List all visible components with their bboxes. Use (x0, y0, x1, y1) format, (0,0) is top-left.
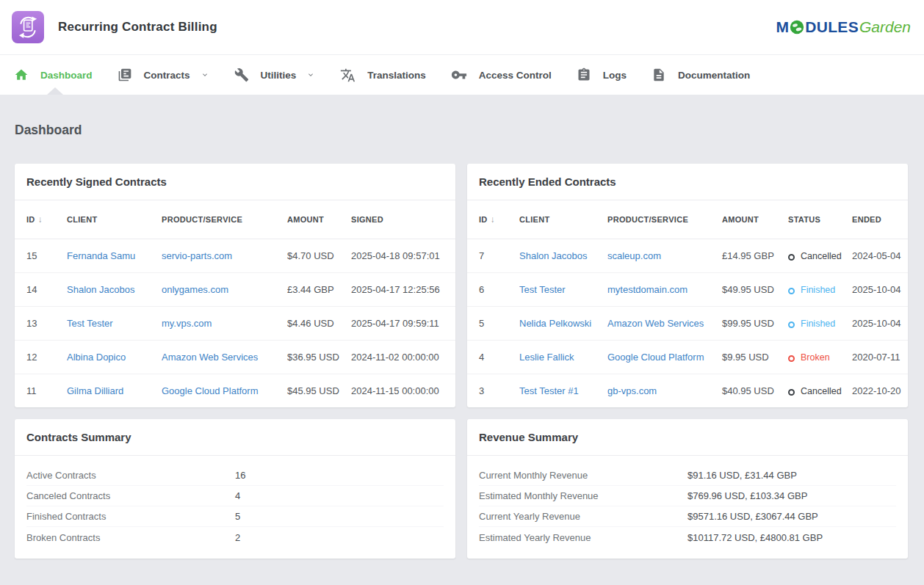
status-badge: Finished (782, 307, 846, 341)
status-ring-icon (788, 288, 795, 294)
main-nav: Dashboard Contracts Utilities Translatio… (0, 55, 924, 95)
app-header: Recurring Contract Billing M DULES Garde… (0, 0, 924, 55)
summary-row: Estimated Monthly Revenue $769.96 USD, £… (479, 486, 896, 506)
panel-title: Recently Ended Contracts (467, 164, 908, 200)
column-header-status[interactable]: STATUS (782, 200, 846, 239)
summary-row: Canceled Contracts 4 (26, 486, 444, 506)
revenue-summary-panel: Revenue Summary Current Monthly Revenue … (467, 419, 908, 559)
nav-logs[interactable]: Logs (564, 55, 639, 95)
table-row: 5 Nelida Pelkowski Amazon Web Services $… (467, 307, 908, 341)
contracts-summary-panel: Contracts Summary Active Contracts 16 Ca… (15, 419, 455, 559)
nav-translations[interactable]: Translations (328, 55, 438, 95)
document-icon (652, 68, 666, 82)
status-ring-icon (788, 321, 795, 328)
column-header-product[interactable]: PRODUCT/SERVICE (602, 200, 716, 239)
nav-access-control[interactable]: Access Control (438, 55, 564, 95)
summary-row: Current Monthly Revenue $91.16 USD, £31.… (479, 465, 896, 486)
column-header-amount[interactable]: AMOUNT (281, 200, 345, 239)
table-row: 7 Shalon Jacobos scaleup.com £14.95 GBP … (467, 239, 908, 273)
recently-signed-contracts-panel: Recently Signed Contracts ID↓ CLIENT PRO… (15, 164, 455, 407)
translate-icon (340, 68, 355, 83)
page-title: Dashboard (15, 95, 908, 164)
sort-desc-icon: ↓ (38, 214, 43, 225)
product-link[interactable]: mytestdomain.com (607, 284, 687, 295)
wrench-icon (234, 68, 249, 82)
product-link[interactable]: Google Cloud Platform (607, 352, 704, 363)
nav-contracts[interactable]: Contracts (105, 55, 222, 95)
signed-contracts-table: ID↓ CLIENT PRODUCT/SERVICE AMOUNT SIGNED… (15, 200, 455, 407)
status-badge: Cancelled (782, 239, 846, 273)
brand-prefix: M (776, 18, 789, 36)
summary-row: Finished Contracts 5 (26, 506, 444, 527)
clipboard-icon (577, 68, 591, 82)
summary-row: Active Contracts 16 (26, 465, 444, 486)
active-tab-pointer (47, 87, 63, 95)
client-link[interactable]: Shalon Jacobos (67, 284, 135, 295)
column-header-client[interactable]: CLIENT (513, 200, 602, 239)
client-link[interactable]: Nelida Pelkowski (519, 318, 591, 329)
status-badge: Cancelled (782, 374, 846, 408)
table-row: 14 Shalon Jacobos onlygames.com £3.44 GB… (15, 273, 455, 307)
column-header-id[interactable]: ID↓ (467, 200, 513, 239)
dashboard-content: Dashboard Recently Signed Contracts ID↓ … (0, 95, 924, 559)
globe-icon (790, 20, 804, 34)
table-row: 11 Gilma Dilliard Google Cloud Platform … (15, 374, 455, 408)
product-link[interactable]: scaleup.com (607, 250, 661, 261)
client-link[interactable]: Fernanda Samu (67, 250, 135, 261)
table-header-row: ID↓ CLIENT PRODUCT/SERVICE AMOUNT SIGNED (15, 200, 455, 239)
summary-row: Current Yearly Revenue $9571.16 USD, £30… (479, 506, 896, 527)
product-link[interactable]: Amazon Web Services (162, 352, 258, 363)
brand-middle: DULES (805, 18, 859, 36)
product-link[interactable]: Google Cloud Platform (162, 385, 259, 396)
status-ring-icon (788, 389, 795, 396)
recurring-billing-app-icon (12, 11, 44, 43)
page-app-title: Recurring Contract Billing (58, 20, 217, 34)
chevron-down-icon (201, 70, 209, 79)
contracts-icon (118, 68, 132, 82)
product-link[interactable]: servio-parts.com (162, 250, 232, 261)
column-header-amount[interactable]: AMOUNT (716, 200, 782, 239)
table-row: 15 Fernanda Samu servio-parts.com $4.70 … (15, 239, 455, 273)
panel-title: Contracts Summary (15, 419, 455, 456)
sort-desc-icon: ↓ (491, 214, 495, 225)
summary-row: Broken Contracts 2 (26, 527, 444, 548)
product-link[interactable]: my.vps.com (162, 318, 212, 329)
summary-row: Estimated Yearly Revenue $10117.72 USD, … (479, 527, 896, 548)
ended-contracts-table: ID↓ CLIENT PRODUCT/SERVICE AMOUNT STATUS… (467, 200, 908, 407)
client-link[interactable]: Leslie Fallick (519, 352, 574, 363)
client-link[interactable]: Test Tester #1 (519, 385, 579, 396)
product-link[interactable]: onlygames.com (162, 284, 228, 295)
recently-ended-contracts-panel: Recently Ended Contracts ID↓ CLIENT PROD… (467, 164, 908, 407)
column-header-ended[interactable]: ENDED (846, 200, 908, 239)
home-icon (14, 68, 29, 82)
nav-utilities[interactable]: Utilities (222, 55, 328, 95)
panel-title: Recently Signed Contracts (15, 164, 455, 200)
nav-documentation[interactable]: Documentation (639, 55, 762, 95)
product-link[interactable]: gb-vps.com (607, 385, 657, 396)
client-link[interactable]: Shalon Jacobos (519, 250, 588, 261)
status-badge: Broken (782, 341, 846, 374)
document-sync-icon (13, 12, 43, 42)
key-icon (451, 67, 467, 83)
chevron-down-icon (306, 70, 315, 79)
product-link[interactable]: Amazon Web Services (607, 318, 704, 329)
column-header-signed[interactable]: SIGNED (345, 200, 455, 239)
brand-suffix: Garden (859, 18, 911, 36)
table-row: 13 Test Tester my.vps.com $4.46 USD 2025… (15, 307, 455, 341)
table-row: 6 Test Tester mytestdomain.com $49.95 US… (467, 273, 908, 307)
client-link[interactable]: Test Tester (519, 284, 566, 295)
status-ring-icon (788, 355, 795, 362)
table-header-row: ID↓ CLIENT PRODUCT/SERVICE AMOUNT STATUS… (467, 200, 908, 239)
modulesgarden-logo[interactable]: M DULES Garden (776, 18, 911, 36)
column-header-id[interactable]: ID↓ (15, 200, 61, 239)
status-ring-icon (788, 254, 795, 261)
client-link[interactable]: Albina Dopico (67, 352, 126, 363)
column-header-product[interactable]: PRODUCT/SERVICE (156, 200, 281, 239)
table-row: 12 Albina Dopico Amazon Web Services $36… (15, 341, 455, 374)
client-link[interactable]: Gilma Dilliard (67, 385, 123, 396)
table-row: 3 Test Tester #1 gb-vps.com $40.95 USD C… (467, 374, 908, 408)
status-badge: Finished (782, 273, 846, 307)
panel-title: Revenue Summary (467, 419, 908, 456)
column-header-client[interactable]: CLIENT (61, 200, 156, 239)
client-link[interactable]: Test Tester (67, 318, 113, 329)
